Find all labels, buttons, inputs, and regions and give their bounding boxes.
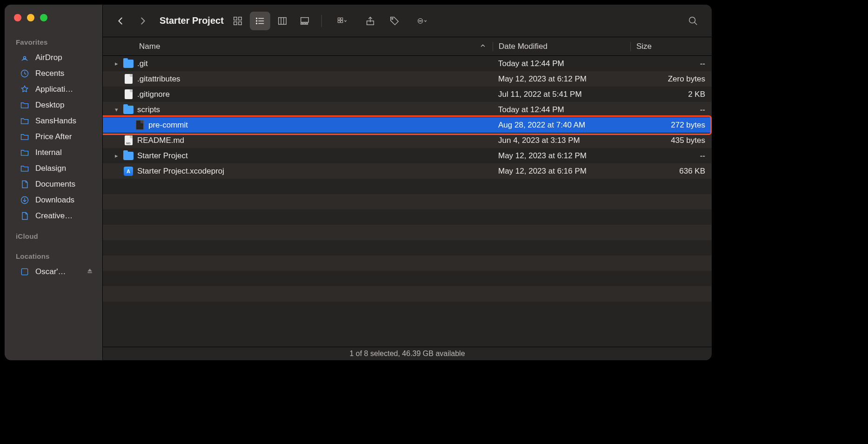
file-name: Starter Project xyxy=(137,151,188,161)
svg-rect-6 xyxy=(239,17,241,20)
column-header-name[interactable]: Name xyxy=(103,42,493,51)
svg-rect-23 xyxy=(341,18,342,20)
search-button[interactable] xyxy=(683,12,703,30)
tags-button[interactable] xyxy=(384,12,405,30)
disclosure-icon xyxy=(113,168,120,175)
svg-point-31 xyxy=(421,20,421,21)
file-name: .git xyxy=(137,59,148,68)
eject-icon[interactable] xyxy=(87,267,93,276)
toolbar: Starter Project xyxy=(103,5,712,37)
sidebar-item-label: Internal xyxy=(35,148,62,157)
file-date: May 12, 2023 at 6:12 PM xyxy=(493,74,630,84)
file-name: .gitattributes xyxy=(137,74,180,84)
sidebar-item-label: Creative… xyxy=(35,211,73,221)
svg-rect-4 xyxy=(87,272,92,273)
sidebar-item-label: SansHands xyxy=(35,116,76,126)
disclosure-icon[interactable]: ▾ xyxy=(113,106,120,113)
file-size: -- xyxy=(630,59,712,68)
md-icon xyxy=(123,135,134,146)
file-row[interactable]: ▾scriptsToday at 12:44 PM-- xyxy=(103,102,712,117)
file-list[interactable]: ▸.gitToday at 12:44 PM-- .gitattributesM… xyxy=(103,56,712,347)
svg-point-27 xyxy=(392,18,393,20)
svg-rect-24 xyxy=(338,20,340,22)
sidebar-header: iCloud xyxy=(16,232,97,240)
sidebar-item-price-after[interactable]: Price After xyxy=(16,129,97,145)
share-button[interactable] xyxy=(360,12,381,30)
file-date: May 12, 2023 at 6:16 PM xyxy=(493,167,630,176)
file-row[interactable]: AStarter Project.xcodeprojMay 12, 2023 a… xyxy=(103,163,712,179)
file-size: -- xyxy=(630,105,712,114)
folder-icon xyxy=(20,132,30,142)
sidebar-item-label: Oscar'… xyxy=(35,267,66,276)
disclosure-icon[interactable]: ▸ xyxy=(113,152,120,159)
main-area: Starter Project Name xyxy=(103,5,712,360)
column-header-size[interactable]: Size xyxy=(630,42,712,51)
svg-rect-19 xyxy=(301,23,303,24)
folder-icon xyxy=(20,116,30,126)
file-row[interactable]: ▸Starter ProjectMay 12, 2023 at 6:12 PM-… xyxy=(103,148,712,163)
empty-row xyxy=(103,209,712,225)
svg-rect-3 xyxy=(21,269,27,275)
svg-line-33 xyxy=(694,22,697,25)
sidebar-item-delasign[interactable]: Delasign xyxy=(16,161,97,176)
traffic-lights xyxy=(5,11,102,34)
forward-button[interactable] xyxy=(134,12,152,30)
gallery-view-button[interactable] xyxy=(294,12,315,30)
minimize-window-button[interactable] xyxy=(27,14,34,21)
empty-row xyxy=(103,256,712,271)
empty-row xyxy=(103,225,712,240)
column-header-date[interactable]: Date Modified xyxy=(493,42,630,51)
folder-icon xyxy=(20,148,30,158)
file-row[interactable]: README.mdJun 4, 2023 at 3:13 PM435 bytes xyxy=(103,133,712,148)
zoom-window-button[interactable] xyxy=(40,14,47,21)
empty-row xyxy=(103,179,712,194)
group-menu-button[interactable] xyxy=(328,12,356,30)
disclosure-icon xyxy=(113,137,120,144)
sidebar-item-recents[interactable]: Recents xyxy=(16,66,97,81)
file-row[interactable]: .gitattributesMay 12, 2023 at 6:12 PMZer… xyxy=(103,71,712,87)
file-size: -- xyxy=(630,151,712,161)
empty-row xyxy=(103,240,712,256)
sidebar-item-airdrop[interactable]: AirDrop xyxy=(16,50,97,66)
sidebar-item-internal[interactable]: Internal xyxy=(16,145,97,161)
file-date: Today at 12:44 PM xyxy=(493,105,630,114)
sidebar-item-desktop[interactable]: Desktop xyxy=(16,97,97,113)
list-view-button[interactable] xyxy=(250,12,270,30)
file-size: 435 bytes xyxy=(630,136,712,145)
doc-icon xyxy=(20,211,30,221)
file-name: Starter Project.xcodeproj xyxy=(137,167,224,176)
sidebar-item-downloads[interactable]: Downloads xyxy=(16,192,97,208)
airdrop-icon xyxy=(20,53,30,63)
column-view-button[interactable] xyxy=(272,12,293,30)
file-row[interactable]: ▸.gitToday at 12:44 PM-- xyxy=(103,56,712,71)
back-button[interactable] xyxy=(111,12,130,30)
file-name: .gitignore xyxy=(137,90,170,99)
disclosure-icon[interactable]: ▸ xyxy=(113,60,120,67)
sidebar-item-documents[interactable]: Documents xyxy=(16,176,97,192)
sidebar: FavoritesAirDropRecentsApplicati…Desktop… xyxy=(5,5,103,360)
column-header-date-label: Date Modified xyxy=(499,42,548,51)
sidebar-item-label: Delasign xyxy=(35,164,66,173)
folder-icon xyxy=(123,105,134,115)
close-window-button[interactable] xyxy=(14,14,21,21)
sidebar-item-creative-[interactable]: Creative… xyxy=(16,208,97,224)
file-size: Zero bytes xyxy=(630,74,712,84)
sidebar-item-oscar-[interactable]: Oscar'… xyxy=(16,264,97,280)
file-row[interactable]: pre-commitAug 28, 2022 at 7:40 AM272 byt… xyxy=(103,117,712,133)
sidebar-item-label: AirDrop xyxy=(35,53,62,62)
svg-point-12 xyxy=(256,18,257,19)
sidebar-item-sanshands[interactable]: SansHands xyxy=(16,113,97,129)
svg-point-13 xyxy=(256,20,257,21)
sort-indicator-icon xyxy=(480,42,486,51)
sidebar-item-label: Desktop xyxy=(35,101,64,110)
sidebar-item-applicati-[interactable]: Applicati… xyxy=(16,81,97,97)
file-row[interactable]: .gitignoreJul 11, 2022 at 5:41 PM2 KB xyxy=(103,87,712,102)
folder-icon xyxy=(20,163,30,174)
download-icon xyxy=(20,195,30,205)
action-menu-button[interactable] xyxy=(408,12,436,30)
sidebar-header: Favorites xyxy=(16,38,97,46)
empty-row xyxy=(103,194,712,209)
svg-rect-18 xyxy=(301,17,309,22)
folder-icon xyxy=(20,100,30,110)
icon-view-button[interactable] xyxy=(227,12,248,30)
